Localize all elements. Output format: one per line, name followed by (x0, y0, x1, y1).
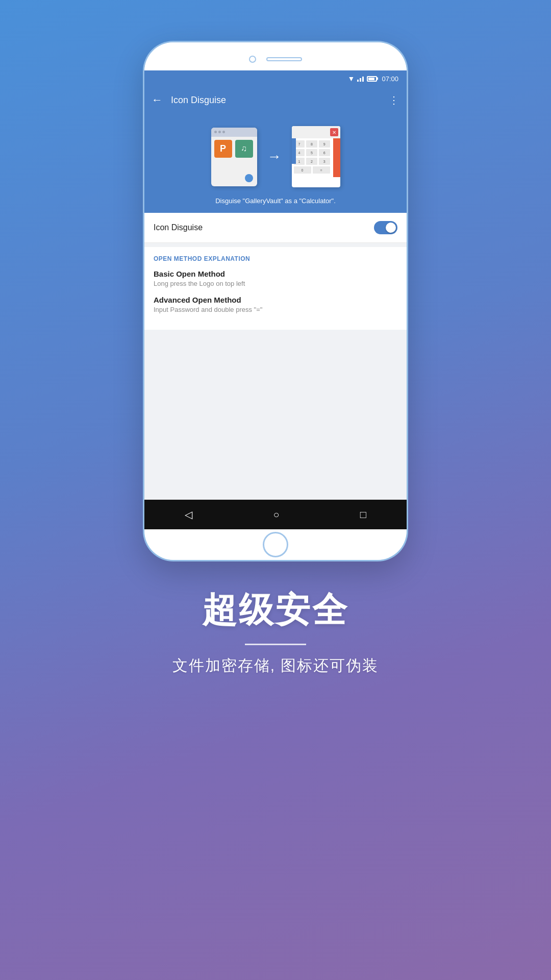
signal-icon (357, 76, 364, 82)
phone-home-button[interactable] (263, 532, 288, 557)
menu-button[interactable]: ⋮ (389, 94, 399, 106)
toggle-label: Icon Disguise (154, 223, 374, 232)
icon-disguise-toggle[interactable] (374, 221, 397, 234)
nav-home-button[interactable]: ○ (263, 504, 289, 526)
nav-bar: ◁ ○ □ (144, 500, 407, 529)
illus-phone-left: P ♫ (211, 128, 257, 186)
advanced-method-desc: Input Password and double press "=" (154, 306, 397, 313)
hero-caption: Disguise "GalleryVault" as a "Calculator… (215, 197, 336, 205)
back-button[interactable]: ← (152, 93, 163, 107)
illus-calc-header: ✕ (292, 126, 340, 138)
phone-screen: ▼ 07:00 ← Icon Disguise ⋮ (144, 70, 407, 529)
section-divider (144, 243, 407, 247)
illus-calc-body: 7 8 9 4 5 6 1 2 (292, 138, 340, 177)
nav-back-button[interactable]: ◁ (174, 503, 203, 526)
title-divider (245, 644, 306, 645)
illus-calc: ✕ 7 8 9 4 5 6 (292, 126, 340, 187)
status-bar: ▼ 07:00 (144, 70, 407, 87)
basic-method-title: Basic Open Method (154, 270, 397, 278)
basic-method-desc: Long press the Logo on top left (154, 280, 397, 287)
nav-recent-button[interactable]: □ (350, 504, 377, 526)
arrow-icon: → (267, 149, 282, 165)
illus-app-orange: P (214, 140, 232, 158)
illus-calc-keys: 7 8 9 4 5 6 1 2 (292, 138, 332, 177)
advanced-method-title: Advanced Open Method (154, 296, 397, 304)
toolbar-title: Icon Disguise (171, 95, 389, 106)
hero-illustration: P ♫ → ✕ 7 (211, 124, 340, 190)
section-header: OPEN METHOD EXPLANATION (154, 255, 397, 262)
illus-circle (245, 174, 253, 182)
illus-phone-bar (211, 128, 257, 137)
phone-frame: ▼ 07:00 ← Icon Disguise ⋮ (143, 41, 408, 561)
advanced-method-item: Advanced Open Method Input Password and … (154, 296, 397, 313)
basic-method-item: Basic Open Method Long press the Logo on… (154, 270, 397, 287)
illus-apps: P ♫ (211, 137, 257, 161)
status-icons: ▼ 07:00 (348, 75, 398, 83)
close-icon: ✕ (330, 128, 338, 136)
app-toolbar: ← Icon Disguise ⋮ (144, 87, 407, 113)
phone-camera (249, 56, 256, 63)
illus-app-green: ♫ (235, 140, 253, 158)
open-method-section: OPEN METHOD EXPLANATION Basic Open Metho… (144, 247, 407, 330)
battery-icon (367, 76, 377, 82)
phone-top (144, 42, 407, 70)
status-time: 07:00 (382, 75, 398, 83)
toggle-row: Icon Disguise (144, 213, 407, 243)
bottom-text: 超级安全 文件加密存储, 图标还可伪装 (172, 587, 379, 676)
phone-bottom (144, 529, 407, 560)
wifi-icon: ▼ (348, 75, 355, 83)
subtitle: 文件加密存储, 图标还可伪装 (172, 655, 379, 676)
content-area: Icon Disguise OPEN METHOD EXPLANATION Ba… (144, 213, 407, 529)
phone-speaker (266, 57, 302, 61)
hero-section: P ♫ → ✕ 7 (144, 113, 407, 213)
main-title: 超级安全 (202, 587, 349, 633)
gray-area (144, 330, 407, 500)
